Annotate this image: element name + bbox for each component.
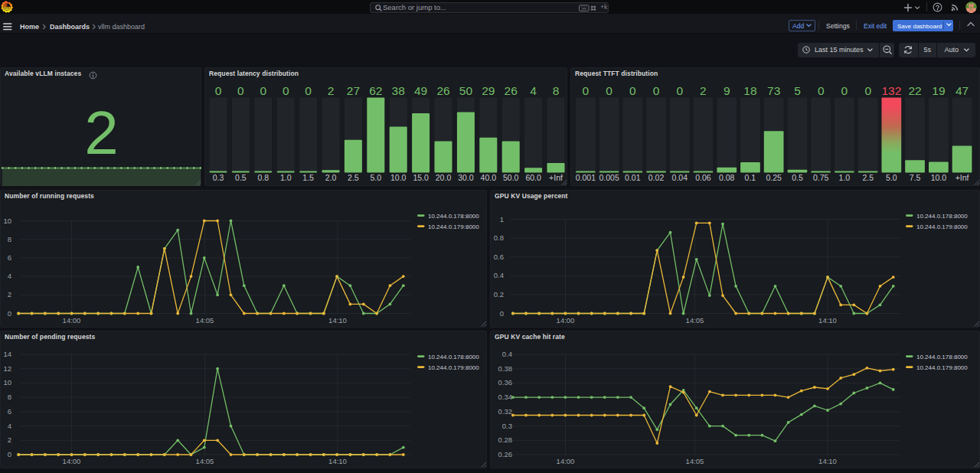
svg-text:10.244.0.179:8000: 10.244.0.179:8000 — [428, 364, 479, 371]
svg-text:Dashboards: Dashboards — [50, 23, 90, 31]
svg-text:73: 73 — [767, 84, 780, 97]
svg-text:30.0: 30.0 — [458, 173, 474, 182]
svg-text:0: 0 — [260, 84, 266, 97]
svg-text:0: 0 — [653, 84, 660, 97]
svg-text:10: 10 — [3, 217, 11, 225]
svg-text:8: 8 — [8, 393, 11, 401]
svg-text:62: 62 — [369, 84, 382, 97]
svg-text:0.08: 0.08 — [719, 173, 735, 182]
svg-text:19: 19 — [932, 84, 945, 97]
svg-text:0: 0 — [8, 450, 11, 458]
svg-text:0: 0 — [676, 84, 683, 97]
svg-text:2: 2 — [8, 435, 11, 444]
svg-text:1: 1 — [500, 215, 504, 223]
svg-text:1.5: 1.5 — [302, 173, 314, 182]
svg-text:4: 4 — [530, 84, 537, 97]
svg-text:Add: Add — [792, 22, 804, 30]
svg-text:2.5: 2.5 — [348, 173, 359, 182]
svg-text:0.2: 0.2 — [494, 290, 504, 298]
svg-text:14:10: 14:10 — [328, 457, 347, 465]
svg-text:+Inf: +Inf — [549, 173, 563, 182]
svg-text:14:10: 14:10 — [818, 316, 837, 325]
svg-text:14:10: 14:10 — [328, 316, 347, 325]
svg-text:14:05: 14:05 — [686, 316, 704, 325]
svg-text:26: 26 — [436, 84, 449, 97]
svg-text:10.244.0.178:8000: 10.244.0.178:8000 — [916, 213, 968, 220]
svg-text:27: 27 — [347, 84, 360, 97]
svg-text:132: 132 — [881, 84, 901, 97]
svg-text:10.244.0.178:8000: 10.244.0.178:8000 — [428, 213, 479, 220]
svg-text:8: 8 — [553, 84, 560, 97]
svg-text:Home: Home — [20, 23, 39, 31]
svg-text:38: 38 — [392, 84, 405, 97]
svg-text:0: 0 — [215, 84, 222, 97]
svg-text:2.5: 2.5 — [862, 173, 874, 182]
svg-text:0.75: 0.75 — [813, 173, 829, 182]
svg-text:0.3: 0.3 — [502, 422, 512, 430]
svg-text:0.5: 0.5 — [792, 173, 803, 182]
svg-text:4: 4 — [8, 422, 11, 430]
svg-text:0: 0 — [283, 84, 289, 97]
svg-text:10.244.0.178:8000: 10.244.0.178:8000 — [916, 354, 968, 360]
svg-text:0: 0 — [606, 84, 612, 97]
svg-text:6: 6 — [8, 407, 11, 416]
svg-text:14:05: 14:05 — [686, 457, 704, 465]
svg-text:Exit edit: Exit edit — [864, 22, 887, 30]
svg-text:2: 2 — [328, 84, 335, 97]
svg-text:0: 0 — [841, 84, 848, 97]
svg-text:26: 26 — [505, 84, 518, 97]
svg-text:29: 29 — [482, 84, 495, 97]
svg-text:1.0: 1.0 — [280, 173, 292, 182]
svg-text:0: 0 — [583, 84, 590, 97]
svg-text:14:00: 14:00 — [557, 457, 575, 465]
svg-text:5.0: 5.0 — [886, 173, 897, 182]
svg-text:0.26: 0.26 — [498, 450, 513, 458]
svg-text:0.02: 0.02 — [648, 173, 665, 182]
svg-text:1.0: 1.0 — [839, 173, 851, 182]
svg-text:14:00: 14:00 — [557, 316, 575, 325]
svg-text:14:10: 14:10 — [818, 457, 837, 465]
svg-text:2.0: 2.0 — [325, 173, 337, 182]
svg-text:47: 47 — [956, 84, 969, 97]
svg-text:Settings: Settings — [826, 22, 850, 30]
svg-text:0.25: 0.25 — [766, 173, 782, 182]
svg-text:10.0: 10.0 — [390, 173, 407, 182]
svg-text:0.34: 0.34 — [498, 393, 513, 401]
svg-text:10.244.0.179:8000: 10.244.0.179:8000 — [428, 223, 479, 230]
svg-text:14:05: 14:05 — [196, 316, 214, 325]
svg-text:10.244.0.179:8000: 10.244.0.179:8000 — [916, 364, 968, 371]
svg-text:8: 8 — [8, 235, 11, 243]
svg-text:10: 10 — [3, 378, 11, 387]
svg-text:9: 9 — [724, 84, 730, 97]
svg-text:18: 18 — [743, 84, 756, 97]
svg-text:50: 50 — [459, 84, 473, 97]
svg-text:0: 0 — [818, 84, 825, 97]
svg-text:+Inf: +Inf — [956, 173, 969, 182]
svg-text:Save dashboard: Save dashboard — [897, 23, 942, 30]
svg-text:14:05: 14:05 — [196, 457, 214, 465]
svg-text:vllm dashboard: vllm dashboard — [98, 23, 145, 31]
svg-text:6: 6 — [8, 253, 11, 262]
svg-text:12: 12 — [3, 364, 11, 373]
svg-text:7.5: 7.5 — [910, 173, 921, 182]
svg-text:14: 14 — [3, 350, 11, 358]
svg-text:0: 0 — [864, 84, 871, 97]
svg-text:0.28: 0.28 — [498, 435, 513, 444]
svg-text:0: 0 — [237, 84, 244, 97]
svg-text:0.005: 0.005 — [599, 173, 619, 182]
svg-text:2: 2 — [8, 290, 11, 298]
svg-text:0.1: 0.1 — [745, 173, 756, 182]
svg-text:20.0: 20.0 — [436, 173, 452, 182]
svg-text:0: 0 — [500, 309, 504, 318]
svg-text:2: 2 — [700, 84, 707, 97]
svg-text:10.244.0.178:8000: 10.244.0.178:8000 — [428, 354, 479, 360]
svg-text:14:00: 14:00 — [63, 457, 81, 465]
svg-text:0.38: 0.38 — [498, 364, 513, 373]
svg-text:0.8: 0.8 — [257, 173, 269, 182]
svg-text:60.0: 60.0 — [525, 173, 541, 182]
svg-text:0.8: 0.8 — [494, 233, 504, 242]
svg-text:40.0: 40.0 — [481, 173, 497, 182]
svg-text:0.06: 0.06 — [695, 173, 711, 182]
svg-text:0.001: 0.001 — [576, 173, 596, 182]
svg-text:+k: +k — [600, 3, 608, 11]
